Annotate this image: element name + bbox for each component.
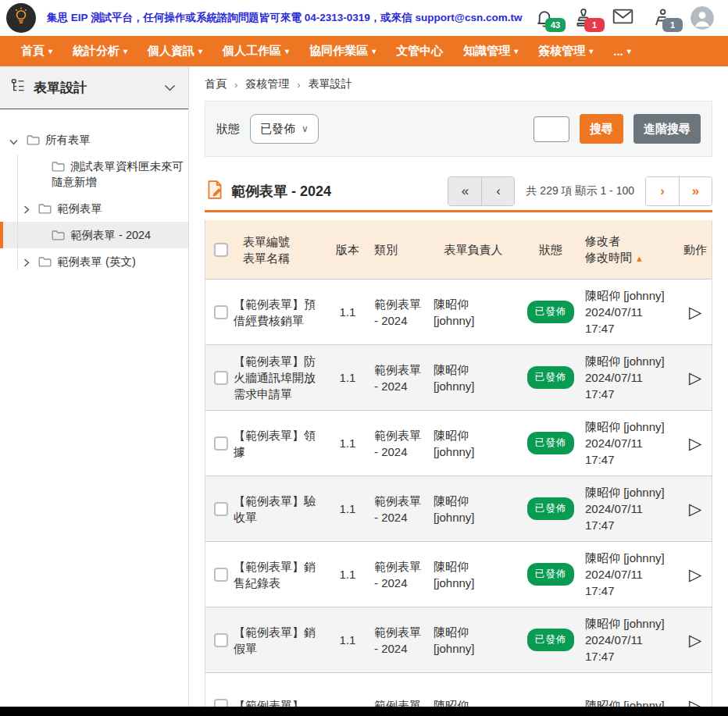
cell-modified: 陳昭仰 [johnny]2024/07/1117:47 <box>582 476 677 541</box>
row-checkbox[interactable] <box>214 633 228 647</box>
mail-icon <box>612 8 633 25</box>
play-action-icon[interactable]: ▷ <box>689 435 701 451</box>
tree-item-sample-forms-english[interactable]: 範例表單 (英文) <box>0 248 188 275</box>
status-badge: 已發佈 <box>527 629 575 651</box>
tree-children: 測試表單資料匣未來可隨意新增 範例表單 範例表單 - 2024 範例表單 (英文… <box>0 153 188 275</box>
search-input[interactable] <box>534 116 569 142</box>
cell-status: 已發佈 <box>519 280 582 344</box>
page-title: 範例表單 - 2024 <box>231 182 331 201</box>
play-action-icon[interactable]: ▷ <box>689 500 701 517</box>
sort-ascending-icon: ▲ <box>635 254 644 263</box>
cell-modified: 陳昭仰 [johnny]2024/07/1117:47 <box>582 542 677 607</box>
pagination-prev-button[interactable]: ‹ <box>481 177 514 205</box>
table-header-row: 表單編號 表單名稱 版本 類別 表單負責人 狀態 修改者 修改時間▲ 動作 <box>205 220 712 279</box>
nav-item-approval[interactable]: 簽核管理▾ <box>528 36 603 66</box>
cell-form-name: 【範例表單】驗收單 <box>232 476 329 541</box>
header-version: 版本 <box>329 220 366 279</box>
nav-item-personal-info[interactable]: 個人資訊▾ <box>137 36 212 66</box>
search-button[interactable]: 搜尋 <box>580 114 623 144</box>
row-checkbox[interactable] <box>214 436 228 451</box>
header-form-id-name: 表單編號 表單名稱 <box>232 220 329 279</box>
breadcrumb-current: 表單設計 <box>309 77 352 91</box>
cell-form-name: 【範例表單】防火牆通訊埠開放需求申請單 <box>232 345 329 410</box>
cell-form-name: 【範例表單】預借經費核銷單 <box>232 280 329 344</box>
tree-item-sample-forms-2024[interactable]: 範例表單 - 2024 <box>0 222 188 248</box>
sidebar-title: 表單設計 <box>34 79 87 97</box>
row-checkbox[interactable] <box>214 305 228 319</box>
status-dropdown[interactable]: 已發佈 ∨ <box>250 114 319 144</box>
caret-down-icon: ▾ <box>123 47 127 55</box>
notification-badge: 43 <box>545 18 566 32</box>
cell-modified: 陳昭仰 [johnny]2024/07/1117:47 <box>582 280 677 344</box>
pagination-last-button[interactable]: » <box>679 177 712 205</box>
approval-stamp-button[interactable]: 1 <box>573 8 594 28</box>
tree-item-sample-forms[interactable]: 範例表單 <box>0 195 188 222</box>
filter-bar: 狀態 已發佈 ∨ 搜尋 進階搜尋 <box>205 101 712 157</box>
header-owner: 表單負責人 <box>427 220 519 279</box>
agent-badge: 1 <box>662 18 683 32</box>
cell-status: 已發佈 <box>519 542 582 607</box>
status-badge: 已發佈 <box>527 563 575 586</box>
play-action-icon[interactable]: ▷ <box>689 566 701 582</box>
breadcrumb: 首頁 › 簽核管理 › 表單設計 <box>205 66 712 101</box>
nav-item-home[interactable]: 首頁▾ <box>11 36 62 66</box>
announcement-text: 集思 EIP 測試平台，任何操作或系統諮詢問題皆可來電 04-2313-0319… <box>47 11 523 25</box>
folder-icon <box>52 229 70 241</box>
caret-down-icon: ▾ <box>514 47 518 55</box>
table-row: 【範例表單】驗收單 1.1 範例表單 - 2024 陳昭仰[johnny] 已發… <box>205 476 712 541</box>
select-all-checkbox[interactable] <box>214 243 228 257</box>
nav-item-knowledge[interactable]: 知識管理▾ <box>453 36 528 66</box>
tree-item-all-forms[interactable]: 所有表單 <box>0 126 188 153</box>
header-modified-sortable[interactable]: 修改者 修改時間▲ <box>582 220 677 279</box>
cell-form-name: 【範例表單】銷假單 <box>232 607 329 672</box>
cell-modified: 陳昭仰 [johnny]2024/07/1117:47 <box>582 607 677 672</box>
nav-item-workspace[interactable]: 個人工作區▾ <box>212 36 299 66</box>
play-action-icon[interactable]: ▷ <box>689 632 701 648</box>
nav-item-statistics[interactable]: 統計分析▾ <box>62 36 137 66</box>
table-row: 【範例表單】銷假單 1.1 範例表單 - 2024 陳昭仰[johnny] 已發… <box>205 607 712 672</box>
cell-owner: 陳昭仰[johnny] <box>427 345 519 410</box>
user-icon <box>691 19 714 30</box>
nav-item-more[interactable]: ...▾ <box>603 36 641 66</box>
cell-modified: 陳昭仰 [johnny]2024/07/1117:47 <box>582 345 677 410</box>
folder-icon <box>38 202 57 215</box>
cell-owner: 陳昭仰[johnny] <box>427 411 519 476</box>
play-action-icon[interactable]: ▷ <box>689 304 701 320</box>
folder-icon <box>52 160 70 173</box>
pagination-next-button[interactable]: › <box>646 177 679 205</box>
pagination-first-button[interactable]: « <box>448 177 481 205</box>
app-logo[interactable] <box>6 3 36 33</box>
tree-item-test-folder[interactable]: 測試表單資料匣未來可隨意新增 <box>0 153 188 195</box>
notification-bell-button[interactable]: 43 <box>534 8 555 28</box>
play-action-icon[interactable]: ▷ <box>689 369 701 386</box>
nav-item-collaboration[interactable]: 協同作業區▾ <box>299 36 386 66</box>
pagination: « ‹ 共 229 項 顯示 1 - 100 › » <box>448 176 712 206</box>
agent-button[interactable]: 1 <box>651 8 672 28</box>
row-checkbox[interactable] <box>214 502 228 516</box>
breadcrumb-home[interactable]: 首頁 <box>205 77 227 91</box>
nav-item-document-center[interactable]: 文管中心 <box>386 36 453 66</box>
forms-table: 表單編號 表單名稱 版本 類別 表單負責人 狀態 修改者 修改時間▲ 動作 <box>205 220 712 716</box>
title-divider <box>205 210 712 212</box>
cell-owner: 陳昭仰[johnny] <box>427 607 519 672</box>
table-row: 【範例表單】領據 1.1 範例表單 - 2024 陳昭仰[johnny] 已發佈… <box>205 410 712 476</box>
table-row: 【範例表單】防火牆通訊埠開放需求申請單 1.1 範例表單 - 2024 陳昭仰[… <box>205 344 712 410</box>
row-checkbox[interactable] <box>214 568 228 582</box>
advanced-search-button[interactable]: 進階搜尋 <box>633 114 701 144</box>
cell-category: 範例表單 - 2024 <box>366 345 427 410</box>
table-row: 【範例表單】預借經費核銷單 1.1 範例表單 - 2024 陳昭仰[johnny… <box>205 279 712 344</box>
row-checkbox[interactable] <box>214 371 228 385</box>
caret-down-icon: ▾ <box>198 47 202 55</box>
status-badge: 已發佈 <box>527 432 575 454</box>
header-action: 動作 <box>677 220 713 279</box>
chevron-right-icon <box>23 255 35 268</box>
mail-button[interactable] <box>612 8 633 28</box>
chevron-down-icon: ∨ <box>302 123 309 134</box>
cell-version: 1.1 <box>329 476 366 541</box>
user-avatar[interactable] <box>691 6 714 30</box>
sidebar-header[interactable]: 表單設計 <box>0 66 188 109</box>
main-content: 首頁 › 簽核管理 › 表單設計 狀態 已發佈 ∨ 搜尋 進階搜尋 <box>189 66 728 716</box>
breadcrumb-separator: › <box>234 79 237 91</box>
cell-category: 範例表單 - 2024 <box>366 280 427 344</box>
breadcrumb-approval-management[interactable]: 簽核管理 <box>245 77 289 91</box>
